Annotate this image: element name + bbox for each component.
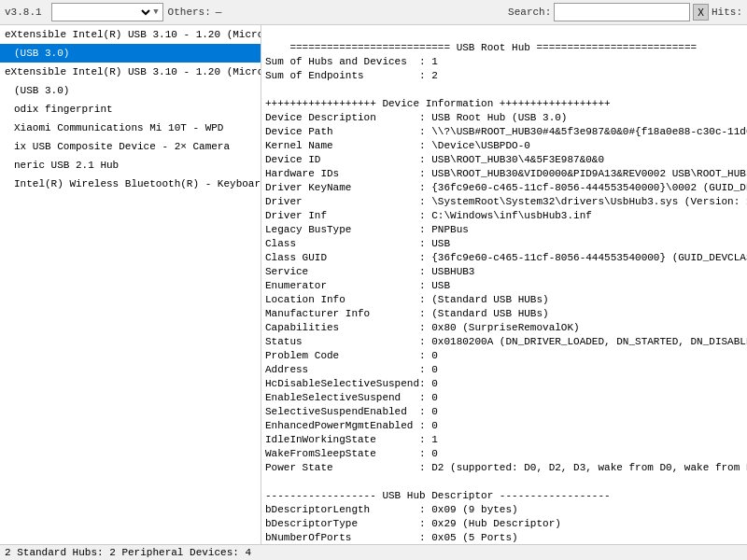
status-text: 2 Standard Hubs: 2 Peripheral Devices: 4 [5, 547, 251, 558]
status-bar: 2 Standard Hubs: 2 Peripheral Devices: 4 [0, 544, 747, 560]
tree-item-item7[interactable]: ix USB Composite Device - 2× Camera [0, 137, 261, 156]
search-area: Search: X Hits: [508, 3, 742, 21]
tree-item-item2[interactable]: (USB 3.0) [0, 44, 261, 63]
tree-item-item1[interactable]: eXtensible Intel(R) USB 3.10 - 1.20 (Mic… [0, 25, 261, 44]
tree-item-item5[interactable]: odix fingerprint [0, 100, 261, 119]
tree-item-item9[interactable]: Intel(R) Wireless Bluetooth(R) - Keyboar… [0, 175, 261, 193]
hits-label: Hits: [712, 7, 742, 18]
others-value: — [216, 7, 222, 18]
search-clear-button[interactable]: X [693, 4, 709, 21]
filter-select[interactable] [56, 6, 154, 19]
tree-item-item6[interactable]: Xiaomi Communications Mi 10T - WPD [0, 119, 261, 137]
tree-item-item8[interactable]: neric USB 2.1 Hub [0, 156, 261, 175]
device-info-text: ========================== USB Root Hub … [265, 42, 747, 544]
tree-item-item3[interactable]: eXtensible Intel(R) USB 3.10 - 1.20 (Mic… [0, 63, 261, 81]
right-panel: ========================== USB Root Hub … [261, 25, 747, 544]
others-label: Others: [168, 7, 211, 18]
search-label: Search: [508, 7, 551, 18]
main-content: eXtensible Intel(R) USB 3.10 - 1.20 (Mic… [0, 25, 747, 544]
toolbar: v3.8.1 ▼ Others: — Search: X Hits: [0, 0, 747, 25]
version-label: v3.8.1 [5, 7, 42, 18]
left-panel: eXtensible Intel(R) USB 3.10 - 1.20 (Mic… [0, 25, 261, 544]
tree-item-item4[interactable]: (USB 3.0) [0, 81, 261, 100]
search-input-wrap [554, 3, 690, 21]
search-input[interactable] [557, 7, 687, 18]
filter-dropdown[interactable]: ▼ [51, 3, 163, 21]
